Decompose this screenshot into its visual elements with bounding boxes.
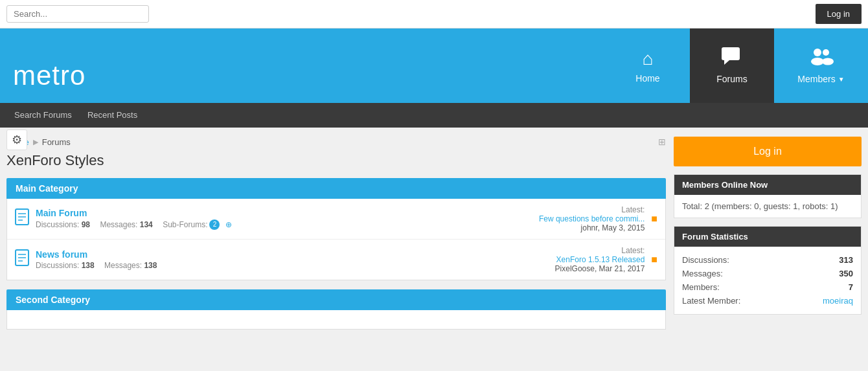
discussions-label-news: Discussions: 138 (36, 261, 98, 270)
members-icon (809, 47, 834, 70)
subnav-recent-posts[interactable]: Recent Posts (80, 103, 145, 128)
latest-by-main: johnr, May 3, 2015 (515, 223, 645, 232)
nav-label-forums: Forums (716, 74, 747, 84)
latest-member-link[interactable]: moeiraq (823, 296, 853, 306)
forum-list-main: Main Forum Discussions: 98 Messages: 134… (6, 199, 666, 280)
svg-rect-0 (722, 47, 740, 60)
forum-info-news: News forum Discussions: 138 Messages: 13… (36, 249, 508, 270)
svg-marker-1 (724, 60, 729, 65)
login-button-top[interactable]: Log in (816, 4, 862, 24)
forum-doc-icon (15, 208, 29, 229)
category-block-main: Main Category Main Forum (6, 178, 666, 280)
stats-value-discussions: 313 (839, 255, 853, 265)
page-title: XenForo Styles (6, 152, 666, 169)
latest-by-news: PixelGoose, Mar 21, 2017 (515, 264, 645, 273)
forums-icon (722, 47, 742, 70)
stats-label-discussions: Discussions: (682, 255, 729, 265)
forum-doc-icon-news (15, 249, 29, 270)
stats-value-messages: 350 (839, 269, 853, 278)
forum-latest-news: Latest: XenForo 1.5.13 Released PixelGoo… (515, 246, 645, 273)
nav-label-members: Members ▼ (797, 74, 844, 84)
sub-nav: Search Forums Recent Posts (0, 103, 868, 128)
stats-row-latest-member: Latest Member: moeiraq (682, 294, 853, 308)
members-online-box: Members Online Now Total: 2 (members: 0,… (674, 174, 862, 218)
latest-thread-link-news[interactable]: XenForo 1.5.13 Released (515, 255, 645, 264)
forum-latest-main: Latest: Few questions before commi... jo… (515, 205, 645, 232)
main-layout: Home ▶ Forums ⊞ XenForo Styles Main Cate… (0, 128, 868, 348)
nav-item-members[interactable]: Members ▼ (774, 28, 868, 103)
subnav-search-forums[interactable]: Search Forums (6, 103, 80, 128)
breadcrumb-separator: ▶ (33, 138, 38, 146)
rss-icon-news[interactable]: ■ (651, 254, 657, 265)
svg-point-5 (822, 58, 834, 65)
category-header-second: Second Category (6, 289, 666, 310)
nav-item-forums[interactable]: Forums (690, 28, 774, 103)
forum-list-second (6, 310, 666, 330)
forum-stats-title: Forum Statistics (674, 227, 861, 247)
top-bar: Log in (0, 0, 868, 28)
svg-point-4 (823, 49, 829, 56)
stats-row-discussions: Discussions: 313 (682, 253, 853, 267)
sub-forums-badge: Sub-Forums: 2 ⊕ (163, 219, 236, 230)
sidebar: Log in Members Online Now Total: 2 (memb… (674, 137, 862, 339)
svg-point-2 (814, 49, 821, 56)
chevron-down-icon: ▼ (838, 76, 845, 83)
nav-label-home: Home (635, 73, 659, 84)
header-nav: ⌂ Home Forums Members (606, 28, 868, 103)
forum-meta-news: Discussions: 138 Messages: 138 (36, 261, 508, 270)
forum-name-news[interactable]: News forum (36, 249, 87, 260)
content-area: Home ▶ Forums ⊞ XenForo Styles Main Cate… (6, 137, 666, 339)
messages-label-news: Messages: 138 (104, 261, 161, 270)
nav-item-home[interactable]: ⌂ Home (606, 28, 690, 103)
forum-stats-body: Discussions: 313 Messages: 350 Members: … (674, 247, 861, 314)
forum-stats-box: Forum Statistics Discussions: 313 Messag… (674, 226, 862, 315)
stats-row-messages: Messages: 350 (682, 267, 853, 280)
discussions-label: Discussions: 98 (36, 220, 94, 229)
stats-label-messages: Messages: (682, 269, 723, 278)
expand-icon[interactable]: ⊞ (658, 137, 666, 147)
members-online-title: Members Online Now (674, 175, 861, 195)
table-row: Main Forum Discussions: 98 Messages: 134… (7, 199, 665, 240)
header: metro ⌂ Home Forums (0, 28, 868, 103)
forum-meta-main: Discussions: 98 Messages: 134 Sub-Forums… (36, 219, 508, 230)
latest-thread-link-main[interactable]: Few questions before commi... (515, 214, 645, 223)
forum-info-main: Main Forum Discussions: 98 Messages: 134… (36, 208, 508, 230)
members-online-body: Total: 2 (members: 0, guests: 1, robots:… (674, 195, 861, 218)
home-icon: ⌂ (643, 49, 654, 69)
login-button-sidebar[interactable]: Log in (674, 137, 862, 166)
table-row: News forum Discussions: 138 Messages: 13… (7, 240, 665, 280)
sub-forums-expand[interactable]: ⊕ (225, 220, 232, 229)
members-online-text: Total: 2 (members: 0, guests: 1, robots:… (682, 201, 838, 211)
category-header-main: Main Category (6, 178, 666, 199)
rss-icon-main[interactable]: ■ (651, 213, 657, 225)
search-input[interactable] (6, 5, 149, 23)
category-block-second: Second Category (6, 289, 666, 330)
breadcrumb-current: Forums (42, 137, 71, 147)
messages-label: Messages: 134 (100, 220, 156, 229)
header-brand: metro (0, 28, 606, 103)
stats-label-latest-member: Latest Member: (682, 296, 740, 306)
gear-icon[interactable]: ⚙ (6, 129, 27, 150)
brand-title: metro (13, 60, 86, 91)
stats-label-members: Members: (682, 282, 720, 292)
forum-name-main[interactable]: Main Forum (36, 208, 87, 218)
stats-value-members: 7 (849, 282, 853, 292)
breadcrumb: Home ▶ Forums ⊞ (6, 137, 666, 147)
stats-row-members: Members: 7 (682, 280, 853, 294)
